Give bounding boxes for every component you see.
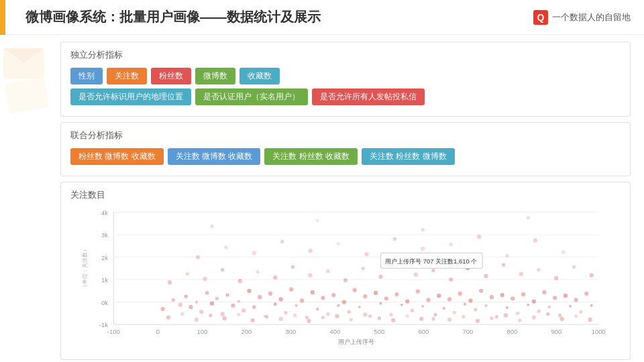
svg-point-71: [368, 314, 372, 318]
logo-text: 一个数据人的自留地: [552, 11, 631, 23]
svg-point-141: [252, 251, 256, 255]
svg-point-76: [394, 292, 398, 296]
header: 微博画像系统：批量用户画像——数据统计及展示 Q 一个数据人的自留地: [0, 0, 644, 35]
chart-area: 4k 3k 2k 1k 0k -1k （单位：关注数） -100 0 100 2…: [70, 205, 621, 353]
svg-point-163: [251, 318, 255, 322]
svg-point-152: [561, 251, 565, 254]
svg-point-144: [337, 242, 340, 245]
svg-text:用户上传序号 707 关注数1,610 个: 用户上传序号 707 关注数1,610 个: [385, 257, 477, 265]
svg-point-41: [210, 302, 214, 306]
svg-point-47: [241, 308, 246, 312]
svg-text:用户上传序号: 用户上传序号: [338, 338, 374, 345]
svg-point-134: [519, 272, 523, 276]
svg-point-75: [389, 313, 392, 316]
tag-joint-2[interactable]: 关注数 微博数 收藏数: [168, 148, 261, 165]
svg-point-66: [342, 300, 346, 304]
svg-point-81: [421, 305, 424, 308]
svg-point-164: [265, 315, 268, 318]
svg-point-60: [311, 290, 315, 294]
svg-point-173: [391, 318, 395, 322]
svg-point-149: [477, 235, 481, 239]
svg-point-95: [495, 315, 498, 318]
svg-point-35: [178, 303, 182, 307]
svg-point-161: [223, 316, 227, 320]
svg-point-137: [572, 265, 576, 269]
svg-point-48: [247, 289, 251, 293]
joint-tags-row: 粉丝数 微博数 收藏数 关注数 微博数 收藏数 关注数 粉丝数 收藏数 关注数 …: [70, 148, 621, 165]
svg-point-78: [405, 299, 409, 303]
svg-point-122: [308, 274, 312, 278]
svg-point-39: [199, 310, 203, 314]
tag-gender[interactable]: 性别: [70, 68, 103, 84]
svg-point-138: [590, 274, 594, 278]
svg-point-56: [289, 288, 293, 292]
svg-point-88: [458, 292, 462, 296]
tag-weibo-count[interactable]: 微博数: [195, 68, 235, 84]
svg-point-167: [307, 319, 311, 323]
left-decoration: [0, 35, 54, 115]
svg-point-136: [554, 276, 558, 280]
svg-point-160: [209, 314, 212, 317]
svg-point-159: [195, 318, 199, 322]
tag-verified[interactable]: 是否认证用户（实名用户）: [195, 88, 308, 105]
header-accent: [0, 0, 5, 35]
svg-text:800: 800: [506, 328, 517, 335]
joint-analysis-card: 联合分析指标 粉丝数 微博数 收藏数 关注数 微博数 收藏数 关注数 粉丝数 收…: [60, 122, 631, 176]
svg-point-49: [252, 305, 256, 308]
svg-point-171: [363, 312, 367, 316]
tag-follow-count[interactable]: 关注数: [107, 68, 147, 84]
svg-point-132: [484, 274, 488, 278]
svg-point-114: [168, 280, 172, 284]
tag-favorite-count[interactable]: 收藏数: [239, 68, 280, 84]
tag-joint-3[interactable]: 关注数 粉丝数 收藏数: [264, 148, 358, 165]
chart-card: 关注数目 4k 3k: [60, 182, 631, 360]
svg-point-148: [449, 243, 453, 246]
svg-point-128: [414, 273, 418, 277]
svg-point-143: [308, 249, 312, 253]
svg-point-177: [447, 318, 451, 322]
tag-private-msg[interactable]: 是否允许所有人发帖投私信: [312, 88, 425, 105]
svg-text:（单位：关注数）: （单位：关注数）: [81, 247, 88, 290]
tag-joint-1[interactable]: 粉丝数 微博数 收藏数: [70, 148, 164, 165]
svg-point-117: [221, 268, 224, 272]
svg-point-156: [527, 216, 530, 219]
svg-point-154: [315, 219, 319, 222]
svg-point-103: [537, 310, 540, 313]
svg-text:700: 700: [462, 328, 473, 335]
tag-fans-count[interactable]: 粉丝数: [151, 68, 191, 84]
svg-point-86: [447, 297, 451, 301]
svg-point-67: [347, 310, 351, 314]
svg-point-99: [516, 312, 519, 315]
independent-analysis-title: 独立分析指标: [70, 49, 621, 61]
tag-joint-4[interactable]: 关注数 粉丝数 微博数: [362, 148, 455, 165]
tag-location[interactable]: 是否允许标识用户的地理位置: [70, 88, 191, 105]
svg-point-36: [184, 295, 188, 298]
svg-point-73: [379, 302, 382, 305]
svg-point-58: [300, 298, 304, 302]
svg-point-65: [337, 304, 339, 307]
svg-point-108: [564, 294, 568, 298]
svg-point-38: [195, 300, 198, 303]
svg-text:300: 300: [285, 328, 296, 335]
svg-point-94: [490, 295, 494, 299]
svg-rect-4: [5, 77, 50, 114]
svg-point-61: [316, 308, 319, 310]
svg-text:1k: 1k: [101, 276, 108, 284]
svg-point-175: [419, 317, 423, 321]
svg-point-165: [278, 317, 282, 321]
svg-text:500: 500: [374, 328, 384, 335]
page-wrapper: 微博画像系统：批量用户画像——数据统计及展示 Q 一个数据人的自留地 独立分析指…: [0, 0, 644, 362]
svg-point-146: [393, 237, 396, 241]
svg-point-112: [584, 292, 588, 296]
svg-point-69: [358, 306, 361, 308]
svg-point-178: [462, 315, 465, 318]
svg-point-182: [518, 318, 521, 322]
main-content: 独立分析指标 性别 关注数 粉丝数 微博数 收藏数 是否允许标识用户的地理位置 …: [0, 35, 644, 362]
svg-text:1000: 1000: [592, 328, 606, 335]
svg-point-107: [558, 314, 561, 317]
svg-point-100: [521, 292, 525, 296]
svg-point-116: [203, 277, 207, 281]
svg-point-183: [532, 315, 536, 319]
svg-point-147: [421, 247, 425, 251]
svg-point-174: [406, 314, 409, 318]
